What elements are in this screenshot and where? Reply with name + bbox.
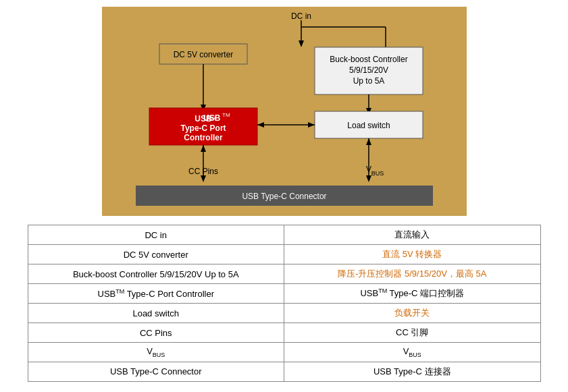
vbus-sub: BUS bbox=[371, 170, 384, 177]
table-cell-zh: 负载开关 bbox=[284, 304, 541, 323]
table-cell-en: Buck-boost Controller 5/9/15/20V Up to 5… bbox=[28, 264, 284, 284]
dc5v-box-label: DC 5V converter bbox=[173, 50, 233, 59]
table-row: DC in 直流输入 bbox=[28, 225, 540, 245]
table-row: DC 5V converter 直流 5V 转换器 bbox=[28, 245, 540, 264]
cc-pins-label: CC Pins bbox=[188, 167, 217, 176]
usb-ctrl-line3: Controller bbox=[184, 133, 223, 142]
connector-label: USB Type-C Connector bbox=[242, 192, 326, 201]
table-row: CC Pins CC 引脚 bbox=[28, 323, 540, 343]
table-cell-zh: USBTM Type-C 端口控制器 bbox=[284, 284, 541, 304]
table-row: USB Type-C Connector USB Type-C 连接器 bbox=[28, 362, 540, 381]
table-cell-en: DC in bbox=[28, 225, 284, 245]
table-cell-en: USB Type-C Connector bbox=[28, 362, 284, 381]
table-cell-en: USBTM Type-C Port Controller bbox=[28, 284, 284, 304]
buck-boost-line2: 5/9/15/20V bbox=[348, 65, 388, 75]
table-cell-en: VBUS bbox=[28, 343, 284, 362]
page-container: DC in DC 5V converter Buck-boost Control… bbox=[0, 0, 568, 389]
table-cell-zh: CC 引脚 bbox=[284, 323, 541, 343]
table-cell-zh: 降压-升压控制器 5/9/15/20V，最高 5A bbox=[284, 264, 541, 284]
table-cell-en: CC Pins bbox=[28, 323, 284, 343]
table-row: Load switch 负载开关 bbox=[28, 304, 540, 323]
buck-boost-line1: Buck-boost Controller bbox=[330, 55, 407, 64]
svg-text:USB: USB bbox=[203, 113, 221, 123]
buck-boost-line3: Up to 5A bbox=[353, 76, 384, 86]
svg-text:TM: TM bbox=[222, 112, 230, 118]
table-cell-zh: USB Type-C 连接器 bbox=[284, 362, 541, 381]
translation-table: DC in 直流输入 DC 5V converter 直流 5V 转换器 Buc… bbox=[28, 225, 541, 382]
table-row: USBTM Type-C Port Controller USBTM Type-… bbox=[28, 284, 540, 304]
load-switch-label: Load switch bbox=[347, 121, 390, 130]
table-row: Buck-boost Controller 5/9/15/20V Up to 5… bbox=[28, 264, 540, 284]
table-cell-zh: 直流 5V 转换器 bbox=[284, 245, 541, 264]
usb-ctrl-line2: Type-C Port bbox=[180, 123, 226, 133]
dc-in-diagram-label: DC in bbox=[290, 11, 311, 21]
table-row: VBUS VBUS bbox=[28, 343, 540, 362]
table-cell-zh: VBUS bbox=[284, 343, 541, 362]
table-cell-en: DC 5V converter bbox=[28, 245, 284, 264]
table-cell-zh: 直流输入 bbox=[284, 225, 541, 245]
table-cell-en: Load switch bbox=[28, 304, 284, 323]
diagram-container: DC in DC 5V converter Buck-boost Control… bbox=[102, 7, 467, 218]
